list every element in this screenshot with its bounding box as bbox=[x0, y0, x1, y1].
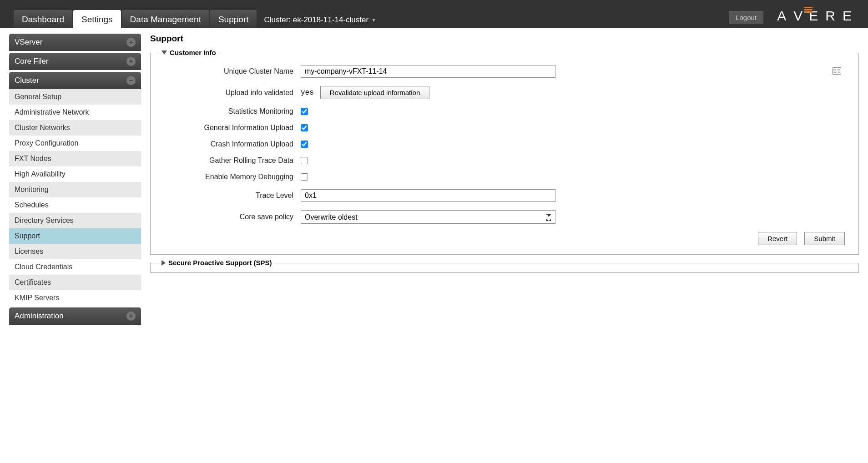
stats-monitoring-checkbox[interactable] bbox=[301, 108, 308, 115]
triangle-right-icon bbox=[161, 260, 166, 266]
contact-card-icon bbox=[832, 67, 841, 75]
svg-point-1 bbox=[834, 69, 836, 71]
sidebar-section-core-filer[interactable]: Core Filer bbox=[9, 53, 141, 70]
sidebar-section-vserver[interactable]: VServer bbox=[9, 34, 141, 51]
legend-text: Customer Info bbox=[170, 49, 216, 56]
sidebar-item-cluster-networks[interactable]: Cluster Networks bbox=[9, 120, 141, 136]
cluster-items: General Setup Administrative Network Clu… bbox=[9, 89, 141, 306]
sidebar-item-directory-services[interactable]: Directory Services bbox=[9, 213, 141, 228]
plus-icon bbox=[126, 57, 136, 66]
customer-info-fieldset: Customer Info Unique Cluster Name Upload… bbox=[150, 53, 859, 255]
page-title: Support bbox=[150, 34, 859, 44]
sidebar-item-high-availability[interactable]: High Availability bbox=[9, 166, 141, 182]
triangle-down-icon bbox=[161, 50, 167, 55]
chevron-down-icon: ▼ bbox=[371, 17, 376, 23]
sidebar-section-cluster[interactable]: Cluster bbox=[9, 72, 141, 89]
revert-button[interactable]: Revert bbox=[758, 232, 797, 245]
core-save-policy-select[interactable]: Overwrite oldest bbox=[301, 210, 555, 224]
trace-level-input[interactable] bbox=[301, 189, 555, 202]
cluster-dropdown[interactable]: Cluster: ek-2018-11-14-cluster ▼ bbox=[257, 11, 383, 28]
cluster-name-label: Cluster: ek-2018-11-14-cluster bbox=[264, 15, 368, 25]
label-upload-validated: Upload info validated bbox=[164, 89, 301, 97]
tab-data-management[interactable]: Data Management bbox=[122, 10, 209, 28]
general-info-upload-checkbox[interactable] bbox=[301, 124, 308, 131]
sidebar-item-proxy-config[interactable]: Proxy Configuration bbox=[9, 136, 141, 151]
sps-legend[interactable]: Secure Proactive Support (SPS) bbox=[159, 259, 275, 267]
sidebar-item-fxt-nodes[interactable]: FXT Nodes bbox=[9, 151, 141, 166]
label-stats-monitoring: Statistics Monitoring bbox=[164, 107, 301, 116]
legend-text: Secure Proactive Support (SPS) bbox=[168, 259, 272, 267]
unique-cluster-name-input[interactable] bbox=[301, 65, 555, 78]
revalidate-button[interactable]: Revalidate upload information bbox=[320, 86, 429, 99]
submit-button[interactable]: Submit bbox=[804, 232, 845, 245]
sidebar-section-label: VServer bbox=[15, 38, 42, 47]
label-trace-level: Trace Level bbox=[164, 191, 301, 200]
sidebar-item-cloud-credentials[interactable]: Cloud Credentials bbox=[9, 259, 141, 275]
sidebar-item-support[interactable]: Support bbox=[9, 228, 141, 244]
tab-settings[interactable]: Settings bbox=[73, 10, 121, 28]
sidebar-section-label: Administration bbox=[15, 312, 64, 321]
sidebar-item-general-setup[interactable]: General Setup bbox=[9, 89, 141, 105]
sidebar-section-label: Core Filer bbox=[15, 57, 49, 66]
e-bars-icon bbox=[804, 7, 812, 13]
label-memory-debug: Enable Memory Debugging bbox=[164, 173, 301, 181]
sidebar-item-kmip-servers[interactable]: KMIP Servers bbox=[9, 290, 141, 306]
sidebar-section-administration[interactable]: Administration bbox=[9, 307, 141, 325]
sidebar-item-certificates[interactable]: Certificates bbox=[9, 275, 141, 290]
rolling-trace-checkbox[interactable] bbox=[301, 157, 308, 164]
validated-value: yes bbox=[301, 89, 314, 97]
sps-fieldset: Secure Proactive Support (SPS) bbox=[150, 263, 859, 273]
plus-icon bbox=[126, 38, 136, 47]
tab-dashboard[interactable]: Dashboard bbox=[14, 10, 72, 28]
logout-button[interactable]: Logout bbox=[729, 11, 763, 24]
sidebar-item-schedules[interactable]: Schedules bbox=[9, 197, 141, 213]
sidebar-section-label: Cluster bbox=[15, 76, 39, 85]
sidebar: VServer Core Filer Cluster General Setup… bbox=[9, 34, 141, 325]
label-cluster-name: Unique Cluster Name bbox=[164, 67, 301, 75]
crash-info-upload-checkbox[interactable] bbox=[301, 141, 308, 148]
plus-icon bbox=[126, 312, 136, 321]
sidebar-item-monitoring[interactable]: Monitoring bbox=[9, 182, 141, 197]
tab-bar: Dashboard Settings Data Management Suppo… bbox=[9, 10, 383, 28]
sidebar-item-licenses[interactable]: Licenses bbox=[9, 244, 141, 259]
memory-debug-checkbox[interactable] bbox=[301, 173, 308, 181]
tab-support[interactable]: Support bbox=[210, 10, 257, 28]
minus-icon bbox=[126, 76, 136, 85]
label-rolling-trace: Gather Rolling Trace Data bbox=[164, 156, 301, 165]
avere-logo: AV ERE bbox=[777, 8, 859, 24]
sidebar-item-admin-network[interactable]: Administrative Network bbox=[9, 105, 141, 120]
label-core-save-policy: Core save policy bbox=[164, 213, 301, 221]
top-bar: Logout AV ERE Dashboard Settings Data Ma… bbox=[0, 0, 868, 28]
label-crash-info-upload: Crash Information Upload bbox=[164, 140, 301, 148]
customer-info-legend[interactable]: Customer Info bbox=[159, 49, 219, 56]
label-general-info-upload: General Information Upload bbox=[164, 124, 301, 132]
content: Support Customer Info Unique Cluster Nam… bbox=[141, 34, 859, 325]
